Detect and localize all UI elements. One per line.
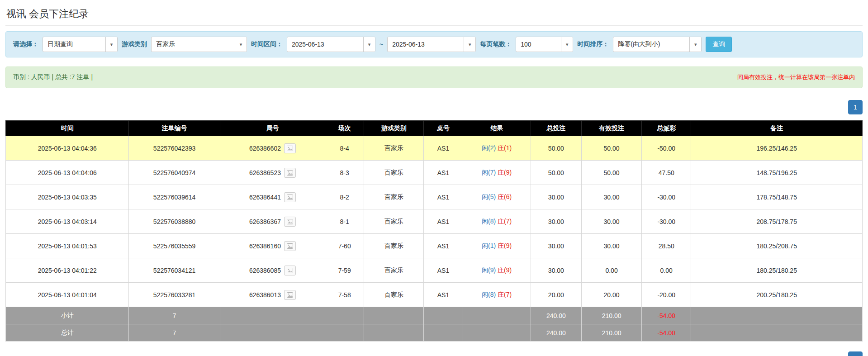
result-image-icon[interactable] — [284, 168, 296, 178]
result-image-icon[interactable] — [284, 143, 296, 153]
query-type-value: 日期查询 — [43, 37, 105, 52]
table-row: 2025-06-13 04:01:53 522576035559 6263861… — [6, 234, 863, 258]
table-row: 2025-06-13 04:04:06 522576040974 6263865… — [6, 161, 863, 185]
total-bet-cell[interactable]: 50.00 — [531, 161, 581, 185]
note-cell: 196.25/146.25 — [691, 136, 863, 161]
game-type-cell: 百家乐 — [364, 185, 424, 209]
player-result: 闲(8) — [482, 218, 496, 225]
sort-value: 降幂(由大到小) — [613, 37, 689, 52]
valid-bet-cell: 20.00 — [581, 283, 641, 307]
chevron-down-icon[interactable]: ▾ — [235, 37, 247, 52]
filter-bar: 请选择： 日期查询 ▾ 游戏类别 百家乐 ▾ 时间区间： 2025-06-13 … — [5, 31, 863, 57]
chevron-down-icon[interactable]: ▾ — [105, 37, 117, 52]
game-type-label: 游戏类别 — [122, 40, 147, 48]
date-from-value: 2025-06-13 — [287, 37, 363, 52]
page-1-button[interactable]: 1 — [848, 100, 863, 114]
page-size-select[interactable]: 100 ▾ — [516, 37, 573, 52]
order-id-cell: 522576033281 — [129, 283, 220, 307]
header-note: 备注 — [691, 121, 863, 136]
total-bet-cell[interactable]: 30.00 — [531, 258, 581, 283]
game-type-select[interactable]: 百家乐 ▾ — [151, 37, 247, 52]
query-type-select[interactable]: 日期查询 ▾ — [43, 37, 118, 52]
order-id-cell: 522576034121 — [129, 258, 220, 283]
round-cell: 626386602 — [220, 136, 325, 161]
total-bet-cell[interactable]: 30.00 — [531, 185, 581, 209]
session-cell: 8-2 — [325, 185, 364, 209]
result-image-icon[interactable] — [284, 192, 296, 202]
page-container: 视讯 会员下注纪录 请选择： 日期查询 ▾ 游戏类别 百家乐 ▾ 时间区间： 2… — [0, 7, 868, 356]
table-no-cell: AS1 — [424, 136, 463, 161]
table-no-cell: AS1 — [424, 209, 463, 234]
session-cell: 7-60 — [325, 234, 364, 258]
result-image-icon[interactable] — [284, 266, 296, 275]
chevron-down-icon[interactable]: ▾ — [363, 37, 375, 52]
time-cell: 2025-06-13 04:01:04 — [6, 283, 129, 307]
session-cell: 7-58 — [325, 283, 364, 307]
date-to-input[interactable]: 2025-06-13 ▾ — [387, 37, 476, 52]
valid-bet-cell: 30.00 — [581, 234, 641, 258]
result-image-icon[interactable] — [284, 217, 296, 227]
total-bet-cell[interactable]: 50.00 — [531, 136, 581, 161]
round-id: 626386523 — [249, 169, 281, 176]
round-cell: 626386441 — [220, 185, 325, 209]
valid-bet-cell: 50.00 — [581, 136, 641, 161]
round-id: 626386602 — [249, 145, 281, 152]
date-from-input[interactable]: 2025-06-13 ▾ — [287, 37, 375, 52]
order-id-cell: 522576040974 — [129, 161, 220, 185]
game-type-cell: 百家乐 — [364, 136, 424, 161]
chevron-down-icon[interactable]: ▾ — [689, 37, 701, 52]
date-range-label: 时间区间： — [251, 40, 283, 48]
header-game-type: 游戏类别 — [364, 121, 424, 136]
table-no-cell: AS1 — [424, 283, 463, 307]
chevron-down-icon[interactable]: ▾ — [464, 37, 475, 52]
payout-cell: 28.50 — [642, 234, 691, 258]
note-cell: 180.25/208.75 — [691, 234, 863, 258]
time-cell: 2025-06-13 04:04:06 — [6, 161, 129, 185]
player-result: 闲(2) — [482, 144, 496, 152]
player-result: 闲(7) — [482, 169, 496, 176]
page-1-button[interactable]: 1 — [848, 351, 863, 356]
valid-bet-cell: 50.00 — [581, 161, 641, 185]
result-cell: 闲(9) 庄(9) — [463, 258, 531, 283]
total-bet-cell[interactable]: 30.00 — [531, 209, 581, 234]
game-type-value: 百家乐 — [152, 37, 235, 52]
chevron-down-icon[interactable]: ▾ — [561, 37, 573, 52]
table-no-cell: AS1 — [424, 185, 463, 209]
page-title: 视讯 会员下注纪录 — [6, 7, 863, 21]
total-total-bet: 240.00 — [531, 324, 581, 342]
valid-bet-cell: 30.00 — [581, 185, 641, 209]
time-cell: 2025-06-13 04:03:14 — [6, 209, 129, 234]
search-button[interactable]: 查询 — [706, 37, 732, 52]
note-cell: 178.75/148.75 — [691, 185, 863, 209]
session-cell: 8-4 — [325, 136, 364, 161]
total-bet-cell[interactable]: 20.00 — [531, 283, 581, 307]
summary-notice: 同局有效投注，统一计算在该局第一张注单内 — [737, 73, 855, 81]
round-cell: 626386367 — [220, 209, 325, 234]
sort-select[interactable]: 降幂(由大到小) ▾ — [613, 37, 702, 52]
result-cell: 闲(8) 庄(7) — [463, 283, 531, 307]
order-id-cell: 522576042393 — [129, 136, 220, 161]
table-row: 2025-06-13 04:04:36 522576042393 6263866… — [6, 136, 863, 161]
pagination-top: 1 — [5, 100, 863, 114]
page-size-label: 每页笔数： — [480, 40, 512, 48]
order-id-cell: 522576038880 — [129, 209, 220, 234]
header-round-id: 局号 — [220, 121, 325, 136]
result-cell: 闲(8) 庄(7) — [463, 209, 531, 234]
result-cell: 闲(2) 庄(1) — [463, 136, 531, 161]
payout-cell: -50.00 — [642, 136, 691, 161]
summary-currency-count: 币别 : 人民币 | 总共 :7 注单 | — [13, 73, 93, 81]
player-result: 闲(8) — [482, 291, 496, 298]
result-image-icon[interactable] — [284, 241, 296, 251]
banker-result: 庄(9) — [498, 169, 512, 176]
round-id: 626386441 — [249, 194, 281, 201]
table-row: 2025-06-13 04:01:22 522576034121 6263860… — [6, 258, 863, 283]
game-type-cell: 百家乐 — [364, 283, 424, 307]
summary-bar: 币别 : 人民币 | 总共 :7 注单 | 同局有效投注，统一计算在该局第一张注… — [5, 66, 863, 88]
session-cell: 8-3 — [325, 161, 364, 185]
result-image-icon[interactable] — [284, 290, 296, 300]
total-bet-cell[interactable]: 30.00 — [531, 234, 581, 258]
table-row: 2025-06-13 04:01:04 522576033281 6263860… — [6, 283, 863, 307]
player-result: 闲(1) — [482, 242, 496, 249]
round-id: 626386085 — [249, 267, 281, 274]
game-type-cell: 百家乐 — [364, 161, 424, 185]
